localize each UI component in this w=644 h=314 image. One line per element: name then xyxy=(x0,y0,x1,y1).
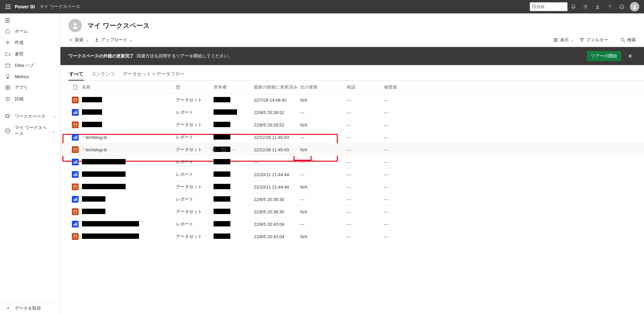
close-banner-icon[interactable]: ✕ xyxy=(624,53,636,59)
item-name[interactable] xyxy=(82,221,176,227)
redacted-text xyxy=(214,109,237,115)
svg-rect-20 xyxy=(6,88,7,90)
tab-content[interactable]: コンテンツ xyxy=(91,68,116,81)
table-row[interactable]: レポート———— xyxy=(60,156,644,168)
table-row[interactable]: データセット22/8/5 20:38:30N/A—— xyxy=(60,206,644,218)
refresh-icon[interactable] xyxy=(212,147,217,152)
row-actions: ⋯ xyxy=(212,147,236,152)
item-refreshed: 22/12/16 11:45:43 xyxy=(254,135,300,140)
redacted-text xyxy=(214,221,230,226)
item-name[interactable] xyxy=(82,97,176,103)
nav-detail[interactable]: 詳細 xyxy=(0,93,60,105)
global-search-input[interactable] xyxy=(537,4,560,9)
nav-home[interactable]: ホーム xyxy=(0,25,60,37)
item-name[interactable] xyxy=(82,233,176,240)
nav-workspaces[interactable]: ワークスペース› xyxy=(0,111,60,122)
global-search[interactable] xyxy=(530,2,567,11)
nav-get-data[interactable]: データを取得 xyxy=(0,302,60,314)
item-refreshed: 22/12/16 11:45:43 xyxy=(254,147,300,152)
table-row[interactable]: データセット22/7/26 14:06:42N/A—— xyxy=(60,94,644,106)
table-row[interactable]: データセット22/8/5 20:43:04N/A—— xyxy=(60,230,644,243)
table-row[interactable]: レポート22/8/5 20:43:04——— xyxy=(60,218,644,230)
left-nav: ホーム 作成 参照 Data ハブ Metrics アプリ 詳細 ワークスペース… xyxy=(0,13,60,314)
report-icon xyxy=(72,109,79,116)
tab-all[interactable]: すべて xyxy=(68,68,84,81)
table-row[interactable]: データセット22/8/5 20:28:52N/A—— xyxy=(60,119,644,131)
col-approve[interactable]: 承認 xyxy=(347,84,384,90)
upload-button[interactable]: アップロード⌄ xyxy=(94,37,132,43)
brand-label[interactable]: Power BI xyxy=(15,4,35,9)
item-name[interactable] xyxy=(82,159,176,165)
download-icon[interactable] xyxy=(592,0,604,13)
redacted-text xyxy=(82,109,102,115)
account-avatar[interactable] xyxy=(630,2,639,11)
tab-datasets-dataflows[interactable]: データセット + データフロー xyxy=(122,68,185,81)
notifications-icon[interactable] xyxy=(567,0,580,13)
breadcrumb[interactable]: マイ ワークスペース xyxy=(40,4,80,10)
col-next[interactable]: 次の更新 xyxy=(300,84,347,90)
lineage-icon: ⤢ xyxy=(82,135,85,139)
settings-icon[interactable] xyxy=(580,0,592,13)
nav-browse[interactable]: 参照 xyxy=(0,48,60,60)
item-type: データセット xyxy=(176,147,214,153)
nav-datahub[interactable]: Data ハブ xyxy=(0,60,60,71)
nav-create[interactable]: 作成 xyxy=(0,37,60,48)
item-endorsement: — xyxy=(347,98,384,103)
svg-point-26 xyxy=(7,129,8,131)
collapse-nav-icon[interactable] xyxy=(0,15,60,25)
item-name[interactable]: ⤢techblog-bi xyxy=(82,135,176,140)
col-refreshed[interactable]: 最新の情報に更新済み xyxy=(254,84,300,90)
nav-apps[interactable]: アプリ xyxy=(0,82,60,93)
item-name[interactable] xyxy=(82,209,176,215)
item-owner xyxy=(214,233,254,240)
item-refreshed: 22/7/26 14:06:42 xyxy=(254,98,300,103)
schedule-icon[interactable] xyxy=(221,147,226,152)
nav-metrics[interactable]: Metrics xyxy=(0,71,60,82)
report-icon xyxy=(72,196,79,203)
new-button[interactable]: ＋新規⌄ xyxy=(68,37,88,43)
svg-rect-4 xyxy=(8,6,9,7)
col-owner[interactable]: 所有者 xyxy=(214,84,254,90)
table-row[interactable]: ⤢techblog-biレポート22/12/16 11:45:43——— xyxy=(60,131,644,144)
table-row[interactable]: データセット22/10/11 21:44:44N/A—— xyxy=(60,181,644,193)
redacted-text xyxy=(82,97,102,102)
svg-rect-43 xyxy=(74,174,75,176)
table-row[interactable]: レポート22/8/5 20:28:52——— xyxy=(60,106,644,119)
view-button[interactable]: 表示⌄ xyxy=(553,37,573,43)
col-sensitivity[interactable]: 秘密度 xyxy=(384,84,422,90)
item-endorsement: — xyxy=(347,147,384,152)
col-name[interactable]: 名前 xyxy=(82,84,176,90)
more-icon[interactable]: ⋯ xyxy=(231,147,236,152)
item-type: レポート xyxy=(176,134,214,140)
item-name[interactable] xyxy=(82,109,176,116)
nav-my-workspace[interactable]: マイ ワークスペース⌄ xyxy=(0,122,60,140)
app-launcher-icon[interactable] xyxy=(3,1,13,12)
item-name[interactable] xyxy=(82,196,176,203)
item-name[interactable]: ⤢techblog-bi xyxy=(82,147,176,152)
item-sensitivity: — xyxy=(384,209,422,214)
table-row[interactable]: レポート22/10/11 21:44:44——— xyxy=(60,168,644,181)
feedback-icon[interactable] xyxy=(616,0,628,13)
search-button[interactable]: 検索 xyxy=(620,37,636,43)
item-type: レポート xyxy=(176,171,214,177)
item-name[interactable] xyxy=(82,184,176,190)
item-name[interactable] xyxy=(82,171,176,178)
item-name[interactable] xyxy=(82,122,176,128)
table-row[interactable]: ⤢techblog-bi⋯データセット22/12/16 11:45:43N/A—… xyxy=(60,144,644,156)
svg-point-11 xyxy=(585,6,586,7)
item-endorsement: — xyxy=(347,222,384,227)
filter-button[interactable]: フィルター xyxy=(580,37,608,43)
start-tour-button[interactable]: ツアーの開始 xyxy=(587,51,621,61)
table-row[interactable]: レポート22/8/5 20:38:30——— xyxy=(60,193,644,206)
help-icon[interactable]: ? xyxy=(604,0,616,13)
item-sensitivity: — xyxy=(384,222,422,227)
item-owner xyxy=(214,171,254,178)
redacted-text xyxy=(214,184,230,189)
svg-rect-51 xyxy=(74,224,75,226)
item-type: データセット xyxy=(176,209,214,215)
search-icon xyxy=(532,4,537,9)
dataset-icon xyxy=(72,184,79,190)
upload-icon xyxy=(94,38,99,42)
col-type[interactable]: 型 xyxy=(176,84,214,90)
search-icon xyxy=(620,38,625,42)
